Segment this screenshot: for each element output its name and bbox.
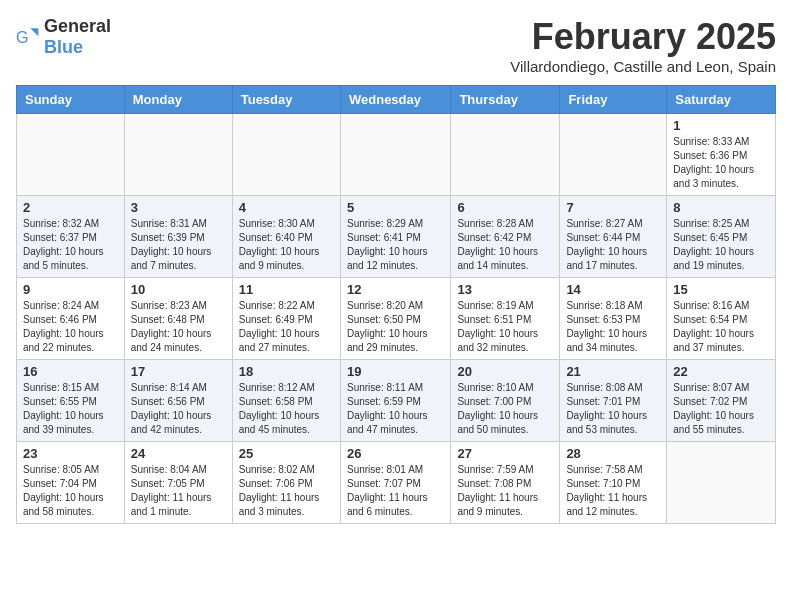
calendar-table: SundayMondayTuesdayWednesdayThursdayFrid… bbox=[16, 85, 776, 524]
day-detail: Sunrise: 8:23 AM Sunset: 6:48 PM Dayligh… bbox=[131, 299, 226, 355]
day-number: 6 bbox=[457, 200, 553, 215]
day-number: 24 bbox=[131, 446, 226, 461]
day-number: 23 bbox=[23, 446, 118, 461]
day-number: 17 bbox=[131, 364, 226, 379]
day-number: 27 bbox=[457, 446, 553, 461]
day-detail: Sunrise: 8:07 AM Sunset: 7:02 PM Dayligh… bbox=[673, 381, 769, 437]
day-number: 12 bbox=[347, 282, 444, 297]
page-header: G General Blue February 2025 Villardondi… bbox=[16, 16, 776, 75]
calendar-day-cell bbox=[340, 114, 450, 196]
calendar-day-cell: 25Sunrise: 8:02 AM Sunset: 7:06 PM Dayli… bbox=[232, 442, 340, 524]
calendar-day-cell: 26Sunrise: 8:01 AM Sunset: 7:07 PM Dayli… bbox=[340, 442, 450, 524]
calendar-day-cell: 3Sunrise: 8:31 AM Sunset: 6:39 PM Daylig… bbox=[124, 196, 232, 278]
calendar-day-cell bbox=[17, 114, 125, 196]
logo-blue: Blue bbox=[44, 37, 83, 57]
svg-text:G: G bbox=[16, 29, 28, 46]
day-number: 3 bbox=[131, 200, 226, 215]
calendar-week-row: 1Sunrise: 8:33 AM Sunset: 6:36 PM Daylig… bbox=[17, 114, 776, 196]
calendar-day-cell: 17Sunrise: 8:14 AM Sunset: 6:56 PM Dayli… bbox=[124, 360, 232, 442]
day-detail: Sunrise: 8:19 AM Sunset: 6:51 PM Dayligh… bbox=[457, 299, 553, 355]
day-detail: Sunrise: 7:59 AM Sunset: 7:08 PM Dayligh… bbox=[457, 463, 553, 519]
day-detail: Sunrise: 8:12 AM Sunset: 6:58 PM Dayligh… bbox=[239, 381, 334, 437]
day-number: 28 bbox=[566, 446, 660, 461]
day-number: 13 bbox=[457, 282, 553, 297]
day-number: 26 bbox=[347, 446, 444, 461]
weekday-header: Thursday bbox=[451, 86, 560, 114]
calendar-day-cell: 20Sunrise: 8:10 AM Sunset: 7:00 PM Dayli… bbox=[451, 360, 560, 442]
day-number: 9 bbox=[23, 282, 118, 297]
weekday-header: Wednesday bbox=[340, 86, 450, 114]
calendar-day-cell: 28Sunrise: 7:58 AM Sunset: 7:10 PM Dayli… bbox=[560, 442, 667, 524]
day-number: 4 bbox=[239, 200, 334, 215]
calendar-day-cell: 21Sunrise: 8:08 AM Sunset: 7:01 PM Dayli… bbox=[560, 360, 667, 442]
day-detail: Sunrise: 8:02 AM Sunset: 7:06 PM Dayligh… bbox=[239, 463, 334, 519]
calendar-day-cell: 9Sunrise: 8:24 AM Sunset: 6:46 PM Daylig… bbox=[17, 278, 125, 360]
weekday-header: Friday bbox=[560, 86, 667, 114]
weekday-header: Sunday bbox=[17, 86, 125, 114]
day-detail: Sunrise: 8:14 AM Sunset: 6:56 PM Dayligh… bbox=[131, 381, 226, 437]
logo: G General Blue bbox=[16, 16, 111, 58]
calendar-day-cell: 5Sunrise: 8:29 AM Sunset: 6:41 PM Daylig… bbox=[340, 196, 450, 278]
location-subtitle: Villardondiego, Castille and Leon, Spain bbox=[510, 58, 776, 75]
day-detail: Sunrise: 8:04 AM Sunset: 7:05 PM Dayligh… bbox=[131, 463, 226, 519]
weekday-header: Saturday bbox=[667, 86, 776, 114]
day-number: 10 bbox=[131, 282, 226, 297]
calendar-day-cell: 27Sunrise: 7:59 AM Sunset: 7:08 PM Dayli… bbox=[451, 442, 560, 524]
day-number: 22 bbox=[673, 364, 769, 379]
calendar-day-cell: 12Sunrise: 8:20 AM Sunset: 6:50 PM Dayli… bbox=[340, 278, 450, 360]
calendar-day-cell: 14Sunrise: 8:18 AM Sunset: 6:53 PM Dayli… bbox=[560, 278, 667, 360]
day-detail: Sunrise: 8:31 AM Sunset: 6:39 PM Dayligh… bbox=[131, 217, 226, 273]
day-detail: Sunrise: 8:05 AM Sunset: 7:04 PM Dayligh… bbox=[23, 463, 118, 519]
day-detail: Sunrise: 8:25 AM Sunset: 6:45 PM Dayligh… bbox=[673, 217, 769, 273]
day-number: 19 bbox=[347, 364, 444, 379]
calendar-day-cell: 1Sunrise: 8:33 AM Sunset: 6:36 PM Daylig… bbox=[667, 114, 776, 196]
calendar-day-cell: 19Sunrise: 8:11 AM Sunset: 6:59 PM Dayli… bbox=[340, 360, 450, 442]
logo-icon: G bbox=[16, 25, 40, 49]
title-section: February 2025 Villardondiego, Castille a… bbox=[510, 16, 776, 75]
day-detail: Sunrise: 8:11 AM Sunset: 6:59 PM Dayligh… bbox=[347, 381, 444, 437]
svg-marker-1 bbox=[30, 28, 38, 36]
calendar-week-row: 2Sunrise: 8:32 AM Sunset: 6:37 PM Daylig… bbox=[17, 196, 776, 278]
calendar-day-cell bbox=[560, 114, 667, 196]
calendar-day-cell: 13Sunrise: 8:19 AM Sunset: 6:51 PM Dayli… bbox=[451, 278, 560, 360]
day-number: 15 bbox=[673, 282, 769, 297]
day-detail: Sunrise: 8:18 AM Sunset: 6:53 PM Dayligh… bbox=[566, 299, 660, 355]
day-detail: Sunrise: 8:16 AM Sunset: 6:54 PM Dayligh… bbox=[673, 299, 769, 355]
day-number: 8 bbox=[673, 200, 769, 215]
calendar-day-cell: 11Sunrise: 8:22 AM Sunset: 6:49 PM Dayli… bbox=[232, 278, 340, 360]
calendar-day-cell: 16Sunrise: 8:15 AM Sunset: 6:55 PM Dayli… bbox=[17, 360, 125, 442]
day-detail: Sunrise: 8:22 AM Sunset: 6:49 PM Dayligh… bbox=[239, 299, 334, 355]
day-detail: Sunrise: 8:08 AM Sunset: 7:01 PM Dayligh… bbox=[566, 381, 660, 437]
day-number: 2 bbox=[23, 200, 118, 215]
day-detail: Sunrise: 8:15 AM Sunset: 6:55 PM Dayligh… bbox=[23, 381, 118, 437]
calendar-day-cell: 4Sunrise: 8:30 AM Sunset: 6:40 PM Daylig… bbox=[232, 196, 340, 278]
day-detail: Sunrise: 8:20 AM Sunset: 6:50 PM Dayligh… bbox=[347, 299, 444, 355]
day-detail: Sunrise: 8:01 AM Sunset: 7:07 PM Dayligh… bbox=[347, 463, 444, 519]
calendar-day-cell: 15Sunrise: 8:16 AM Sunset: 6:54 PM Dayli… bbox=[667, 278, 776, 360]
calendar-day-cell: 6Sunrise: 8:28 AM Sunset: 6:42 PM Daylig… bbox=[451, 196, 560, 278]
calendar-day-cell: 8Sunrise: 8:25 AM Sunset: 6:45 PM Daylig… bbox=[667, 196, 776, 278]
calendar-day-cell: 18Sunrise: 8:12 AM Sunset: 6:58 PM Dayli… bbox=[232, 360, 340, 442]
day-detail: Sunrise: 8:27 AM Sunset: 6:44 PM Dayligh… bbox=[566, 217, 660, 273]
calendar-week-row: 16Sunrise: 8:15 AM Sunset: 6:55 PM Dayli… bbox=[17, 360, 776, 442]
logo-general: General bbox=[44, 16, 111, 36]
day-number: 18 bbox=[239, 364, 334, 379]
day-number: 7 bbox=[566, 200, 660, 215]
day-number: 1 bbox=[673, 118, 769, 133]
calendar-header-row: SundayMondayTuesdayWednesdayThursdayFrid… bbox=[17, 86, 776, 114]
day-number: 20 bbox=[457, 364, 553, 379]
day-number: 5 bbox=[347, 200, 444, 215]
day-number: 25 bbox=[239, 446, 334, 461]
calendar-day-cell: 10Sunrise: 8:23 AM Sunset: 6:48 PM Dayli… bbox=[124, 278, 232, 360]
day-detail: Sunrise: 7:58 AM Sunset: 7:10 PM Dayligh… bbox=[566, 463, 660, 519]
day-detail: Sunrise: 8:29 AM Sunset: 6:41 PM Dayligh… bbox=[347, 217, 444, 273]
day-number: 14 bbox=[566, 282, 660, 297]
day-detail: Sunrise: 8:33 AM Sunset: 6:36 PM Dayligh… bbox=[673, 135, 769, 191]
month-title: February 2025 bbox=[510, 16, 776, 58]
calendar-day-cell bbox=[124, 114, 232, 196]
weekday-header: Tuesday bbox=[232, 86, 340, 114]
calendar-day-cell: 23Sunrise: 8:05 AM Sunset: 7:04 PM Dayli… bbox=[17, 442, 125, 524]
calendar-week-row: 23Sunrise: 8:05 AM Sunset: 7:04 PM Dayli… bbox=[17, 442, 776, 524]
day-detail: Sunrise: 8:32 AM Sunset: 6:37 PM Dayligh… bbox=[23, 217, 118, 273]
day-detail: Sunrise: 8:28 AM Sunset: 6:42 PM Dayligh… bbox=[457, 217, 553, 273]
